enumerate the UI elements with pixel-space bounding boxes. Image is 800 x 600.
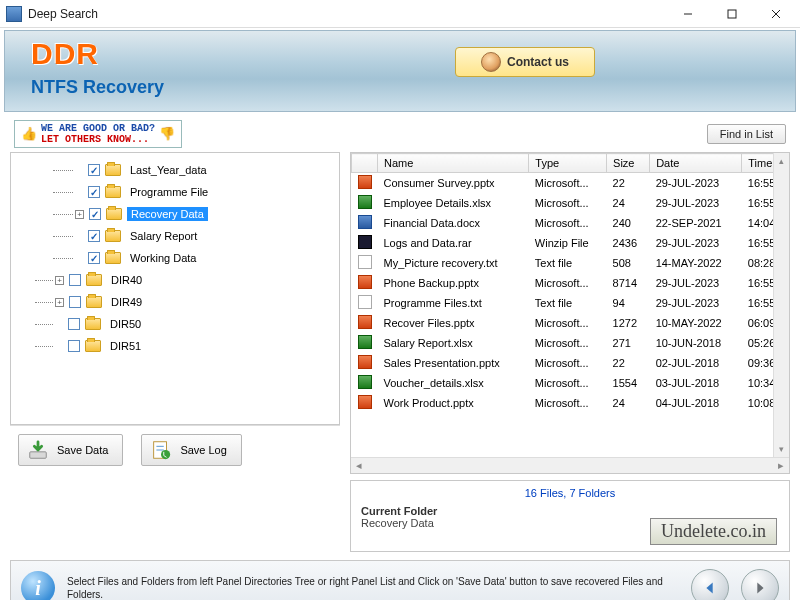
- table-row[interactable]: Sales Presentation.pptx Microsoft... 22 …: [352, 353, 789, 373]
- tree-item[interactable]: ✓ Working Data: [15, 247, 335, 269]
- file-icon: [358, 375, 372, 389]
- file-icon: [358, 215, 372, 229]
- cell-type: Microsoft...: [529, 173, 607, 194]
- col-type[interactable]: Type: [529, 154, 607, 173]
- file-list[interactable]: Name Type Size Date Time Consumer Survey…: [351, 153, 789, 457]
- save-log-icon: [150, 439, 172, 461]
- col-size[interactable]: Size: [607, 154, 650, 173]
- tree-item[interactable]: ✓ Last_Year_data: [15, 159, 335, 181]
- expander-icon[interactable]: +: [75, 210, 84, 219]
- checkbox[interactable]: ✓: [88, 252, 100, 264]
- cell-type: Microsoft...: [529, 353, 607, 373]
- folder-icon: [105, 186, 121, 198]
- cell-size: 22: [607, 353, 650, 373]
- tree-item[interactable]: + DIR49: [15, 291, 335, 313]
- tree-item[interactable]: + ✓ Recovery Data: [15, 203, 335, 225]
- checkbox[interactable]: ✓: [88, 186, 100, 198]
- minimize-button[interactable]: [666, 0, 710, 28]
- checkbox[interactable]: [69, 296, 81, 308]
- folder-icon: [105, 230, 121, 242]
- maximize-button[interactable]: [710, 0, 754, 28]
- tree-item-label: DIR51: [106, 339, 145, 353]
- table-row[interactable]: Voucher_details.xlsx Microsoft... 1554 0…: [352, 373, 789, 393]
- table-row[interactable]: Employee Details.xlsx Microsoft... 24 29…: [352, 193, 789, 213]
- tree-item-label: DIR50: [106, 317, 145, 331]
- folder-icon: [86, 296, 102, 308]
- checkbox[interactable]: [68, 340, 80, 352]
- expander-icon[interactable]: +: [55, 276, 64, 285]
- table-row[interactable]: Phone Backup.pptx Microsoft... 8714 29-J…: [352, 273, 789, 293]
- cell-size: 2436: [607, 233, 650, 253]
- contact-us-button[interactable]: Contact us: [455, 47, 595, 77]
- find-in-list-button[interactable]: Find in List: [707, 124, 786, 144]
- cell-date: 29-JUL-2023: [650, 293, 742, 313]
- file-icon: [358, 255, 372, 269]
- cell-name: Employee Details.xlsx: [378, 193, 529, 213]
- tree-item[interactable]: ✓ Programme File: [15, 181, 335, 203]
- avatar-icon: [481, 52, 501, 72]
- tree-item-label: Salary Report: [126, 229, 201, 243]
- svg-point-8: [161, 450, 170, 459]
- tree-item[interactable]: + DIR40: [15, 269, 335, 291]
- checkbox[interactable]: ✓: [88, 230, 100, 242]
- cell-date: 03-JUL-2018: [650, 373, 742, 393]
- promo-banner[interactable]: 👍 WE ARE GOOD OR BAD? LET OTHERS KNOW...…: [14, 120, 182, 148]
- tree-item[interactable]: DIR50: [15, 313, 335, 335]
- cell-name: Programme Files.txt: [378, 293, 529, 313]
- table-row[interactable]: My_Picture recovery.txt Text file 508 14…: [352, 253, 789, 273]
- close-button[interactable]: [754, 0, 798, 28]
- cell-size: 1554: [607, 373, 650, 393]
- cell-type: Microsoft...: [529, 213, 607, 233]
- checkbox[interactable]: [68, 318, 80, 330]
- cell-name: Logs and Data.rar: [378, 233, 529, 253]
- checkbox[interactable]: ✓: [89, 208, 101, 220]
- checkbox[interactable]: ✓: [88, 164, 100, 176]
- cell-type: Microsoft...: [529, 393, 607, 413]
- col-date[interactable]: Date: [650, 154, 742, 173]
- tree-item-label: DIR40: [107, 273, 146, 287]
- cell-name: Salary Report.xlsx: [378, 333, 529, 353]
- table-row[interactable]: Logs and Data.rar Winzip File 2436 29-JU…: [352, 233, 789, 253]
- vertical-scrollbar[interactable]: ▴▾: [773, 153, 789, 457]
- expander-icon[interactable]: +: [55, 298, 64, 307]
- cell-size: 94: [607, 293, 650, 313]
- thumbs-up-icon: 👍: [21, 126, 37, 142]
- table-row[interactable]: Recover Files.pptx Microsoft... 1272 10-…: [352, 313, 789, 333]
- table-row[interactable]: Programme Files.txt Text file 94 29-JUL-…: [352, 293, 789, 313]
- tree-item[interactable]: DIR51: [15, 335, 335, 357]
- cell-name: Recover Files.pptx: [378, 313, 529, 333]
- cell-date: 29-JUL-2023: [650, 193, 742, 213]
- cell-size: 1272: [607, 313, 650, 333]
- file-icon: [358, 295, 372, 309]
- save-log-button[interactable]: Save Log: [141, 434, 241, 466]
- cell-date: 04-JUL-2018: [650, 393, 742, 413]
- folder-icon: [105, 252, 121, 264]
- back-button[interactable]: [691, 569, 729, 600]
- table-row[interactable]: Work Product.pptx Microsoft... 24 04-JUL…: [352, 393, 789, 413]
- summary-panel: 16 Files, 7 Folders Current Folder Recov…: [350, 480, 790, 552]
- tree-item[interactable]: ✓ Salary Report: [15, 225, 335, 247]
- product-subtitle: NTFS Recovery: [31, 77, 164, 98]
- cell-type: Text file: [529, 293, 607, 313]
- tree-item-label: Programme File: [126, 185, 212, 199]
- toolbar: 👍 WE ARE GOOD OR BAD? LET OTHERS KNOW...…: [0, 112, 800, 152]
- table-row[interactable]: Consumer Survey.pptx Microsoft... 22 29-…: [352, 173, 789, 194]
- horizontal-scrollbar[interactable]: ◂▸: [351, 457, 789, 473]
- file-icon: [358, 315, 372, 329]
- file-icon: [358, 395, 372, 409]
- col-name[interactable]: Name: [378, 154, 529, 173]
- cell-size: 271: [607, 333, 650, 353]
- cell-size: 24: [607, 193, 650, 213]
- table-row[interactable]: Salary Report.xlsx Microsoft... 271 10-J…: [352, 333, 789, 353]
- folder-icon: [85, 340, 101, 352]
- table-row[interactable]: Financial Data.docx Microsoft... 240 22-…: [352, 213, 789, 233]
- file-icon: [358, 175, 372, 189]
- cell-name: Work Product.pptx: [378, 393, 529, 413]
- next-button[interactable]: [741, 569, 779, 600]
- checkbox[interactable]: [69, 274, 81, 286]
- current-folder-label: Current Folder: [361, 505, 779, 517]
- folder-tree[interactable]: ✓ Last_Year_data ✓ Programme File + ✓ Re…: [10, 152, 340, 425]
- save-data-button[interactable]: Save Data: [18, 434, 123, 466]
- cell-name: Financial Data.docx: [378, 213, 529, 233]
- cell-date: 10-MAY-2022: [650, 313, 742, 333]
